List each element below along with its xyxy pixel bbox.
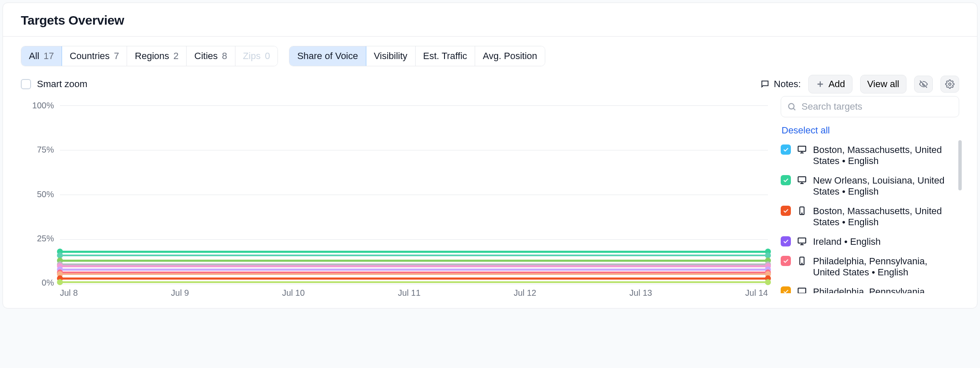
legend-checkbox[interactable] [781, 206, 791, 216]
hide-button[interactable] [914, 76, 933, 93]
settings-button[interactable] [940, 76, 959, 93]
x-tick-label: Jul 8 [60, 288, 78, 298]
y-tick-label: 75% [21, 145, 54, 155]
legend-item[interactable]: Philadelphia, Pennsylvania, [781, 282, 953, 293]
legend: Boston, Massachusetts, United States • E… [781, 140, 959, 293]
search-icon [787, 102, 796, 111]
chart-area: 0%25%50%75%100% Jul 8Jul 9Jul 10Jul 11Ju… [21, 96, 768, 298]
series-line [60, 251, 768, 253]
notes-icon [760, 79, 770, 89]
legend-checkbox[interactable] [781, 175, 791, 185]
smart-zoom-checkbox[interactable] [21, 79, 31, 89]
y-axis-labels: 0%25%50%75%100% [21, 105, 54, 283]
series-line [60, 255, 768, 257]
y-tick-label: 0% [21, 278, 54, 288]
series-line [60, 265, 768, 267]
smart-zoom-label: Smart zoom [37, 79, 88, 90]
svg-rect-9 [798, 288, 806, 293]
x-tick-label: Jul 11 [398, 288, 420, 298]
search-input-wrapper[interactable] [781, 96, 959, 117]
metric-tab-est-traffic[interactable]: Est. Traffic [416, 46, 476, 66]
gridline [60, 150, 768, 150]
series-line [60, 281, 768, 283]
legend-item[interactable]: New Orleans, Louisiana, United States • … [781, 171, 953, 201]
y-tick-label: 25% [21, 233, 54, 243]
svg-rect-3 [798, 177, 806, 182]
series-line [60, 273, 768, 275]
legend-item[interactable]: Boston, Massachusetts, United States • E… [781, 140, 953, 171]
targets-overview-panel: Targets Overview All17Countries7Regions2… [3, 3, 977, 309]
legend-label: Philadelphia, Pennsylvania, [813, 286, 953, 293]
targets-sidebar: Deselect all Boston, Massachusetts, Unit… [781, 96, 959, 293]
view-all-notes-button[interactable]: View all [860, 75, 906, 93]
y-tick-label: 50% [21, 189, 54, 199]
y-tick-label: 100% [21, 101, 54, 110]
scope-tab-zips: Zips0 [235, 46, 278, 66]
x-tick-label: Jul 9 [171, 288, 189, 298]
svg-rect-2 [798, 146, 806, 151]
series-line [60, 260, 768, 262]
legend-item[interactable]: Boston, Massachusetts, United States • E… [781, 201, 953, 232]
series-dot [57, 279, 63, 285]
eye-off-icon [919, 79, 928, 89]
legend-item[interactable]: Ireland • English [781, 232, 953, 252]
x-tick-label: Jul 10 [282, 288, 305, 298]
chart-plot[interactable] [60, 105, 768, 284]
legend-list: Boston, Massachusetts, United States • E… [781, 140, 959, 293]
notes-label: Notes: [760, 79, 801, 90]
body-grid: 0%25%50%75%100% Jul 8Jul 9Jul 10Jul 11Ju… [3, 93, 977, 308]
x-tick-label: Jul 12 [514, 288, 536, 298]
desktop-icon [797, 286, 807, 293]
legend-checkbox[interactable] [781, 286, 791, 293]
gridline [60, 284, 768, 284]
mobile-icon [797, 206, 807, 216]
legend-checkbox[interactable] [781, 256, 791, 266]
add-note-button[interactable]: Add [808, 75, 852, 93]
mobile-icon [797, 256, 807, 266]
series-line [60, 277, 768, 280]
desktop-icon [797, 144, 807, 155]
legend-label: Philadelphia, Pennsylvania, United State… [813, 256, 953, 278]
svg-point-1 [789, 104, 794, 109]
scope-tab-all[interactable]: All17 [21, 46, 62, 66]
legend-scrollbar[interactable] [958, 140, 962, 190]
scope-tabs: All17Countries7Regions2Cities8Zips0 [21, 46, 278, 66]
desktop-icon [797, 236, 807, 246]
svg-point-5 [802, 213, 802, 214]
metric-tabs: Share of VoiceVisibilityEst. TrafficAvg.… [289, 46, 545, 66]
scope-tab-regions[interactable]: Regions2 [127, 46, 187, 66]
series-line [60, 269, 768, 271]
scope-tab-countries[interactable]: Countries7 [62, 46, 127, 66]
gear-icon [945, 79, 955, 89]
svg-point-8 [802, 263, 802, 264]
svg-rect-6 [798, 238, 806, 243]
gridline [60, 239, 768, 240]
gridline [60, 195, 768, 195]
x-tick-label: Jul 13 [629, 288, 652, 298]
x-axis-labels: Jul 8Jul 9Jul 10Jul 11Jul 12Jul 13Jul 14 [60, 288, 768, 298]
legend-label: New Orleans, Louisiana, United States • … [813, 175, 953, 197]
search-input[interactable] [801, 101, 953, 113]
plus-icon [816, 79, 825, 89]
metric-tab-avg-position[interactable]: Avg. Position [475, 46, 545, 66]
series-dot [765, 279, 771, 285]
legend-label: Boston, Massachusetts, United States • E… [813, 144, 953, 167]
page-title: Targets Overview [3, 3, 977, 37]
toolbar-row: Smart zoom Notes: Add View all [3, 71, 977, 93]
gridline [60, 105, 768, 106]
x-tick-label: Jul 14 [745, 288, 768, 298]
legend-checkbox[interactable] [781, 236, 791, 246]
controls-row: All17Countries7Regions2Cities8Zips0 Shar… [3, 37, 977, 71]
legend-label: Boston, Massachusetts, United States • E… [813, 206, 953, 228]
smart-zoom-toggle[interactable]: Smart zoom [21, 79, 88, 90]
deselect-all-link[interactable]: Deselect all [782, 125, 958, 136]
legend-checkbox[interactable] [781, 144, 791, 155]
legend-label: Ireland • English [813, 236, 953, 247]
metric-tab-visibility[interactable]: Visibility [366, 46, 416, 66]
metric-tab-share-of-voice[interactable]: Share of Voice [289, 46, 366, 66]
svg-point-0 [949, 83, 951, 85]
scope-tab-cities[interactable]: Cities8 [187, 46, 235, 66]
desktop-icon [797, 175, 807, 185]
legend-item[interactable]: Philadelphia, Pennsylvania, United State… [781, 252, 953, 282]
